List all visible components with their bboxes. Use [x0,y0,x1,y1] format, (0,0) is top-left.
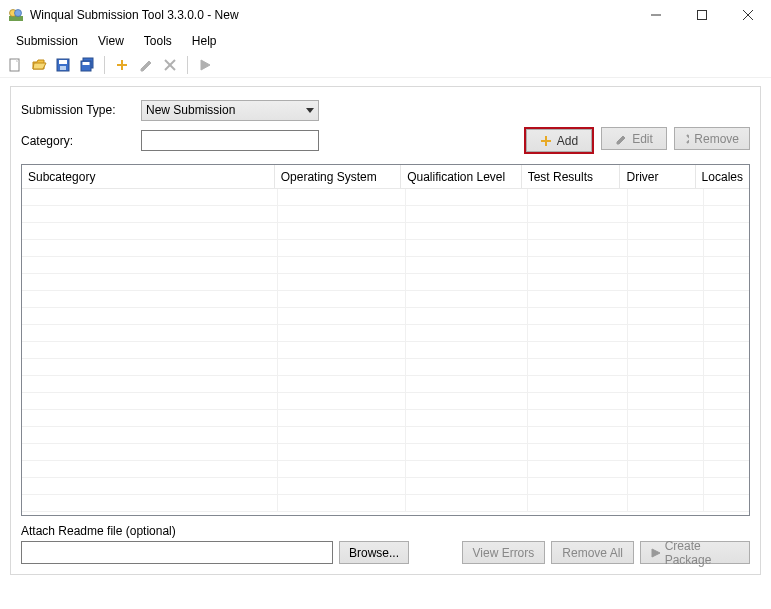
content-area: Submission Type: New Submission Category… [0,78,771,585]
app-icon [8,7,24,23]
table-row [22,478,749,495]
svg-rect-16 [117,64,127,66]
table-row [22,342,749,359]
submission-type-value: New Submission [146,103,235,117]
bottom-buttons: View Errors Remove All Create Package [415,541,750,564]
create-package-label: Create Package [665,539,739,567]
svg-marker-25 [652,549,660,557]
toolbar-separator [187,56,188,74]
run-icon [196,56,214,74]
table-row [22,393,749,410]
table-row [22,444,749,461]
save-icon[interactable] [54,56,72,74]
table-row [22,206,749,223]
table-row [22,308,749,325]
remove-button-label: Remove [694,132,739,146]
new-icon[interactable] [6,56,24,74]
svg-rect-0 [9,16,23,21]
svg-point-2 [15,10,22,17]
plus-icon [540,135,552,147]
remove-all-button: Remove All [551,541,634,564]
edit-icon [137,56,155,74]
submission-type-label: Submission Type: [21,103,141,117]
svg-rect-4 [698,11,707,20]
attach-label: Attach Readme file (optional) [21,524,750,538]
window-controls [633,0,771,30]
svg-rect-10 [59,60,67,64]
table-row [22,359,749,376]
col-os[interactable]: Operating System [275,165,401,188]
browse-button[interactable]: Browse... [339,541,409,564]
x-icon [685,133,689,145]
table-row [22,257,749,274]
table-row [22,274,749,291]
table-row [22,223,749,240]
menu-submission[interactable]: Submission [6,32,88,50]
save-all-icon[interactable] [78,56,96,74]
add-button-highlight: Add [524,127,594,154]
toolbar-separator [104,56,105,74]
menu-help[interactable]: Help [182,32,227,50]
col-test[interactable]: Test Results [522,165,621,188]
edit-button: Edit [601,127,667,150]
category-input[interactable] [141,130,319,151]
submission-type-row: Submission Type: New Submission [21,97,750,123]
category-label: Category: [21,134,141,148]
category-row: Category: Add Edit Remove [21,127,750,154]
edit-button-label: Edit [632,132,653,146]
svg-rect-22 [541,140,551,142]
menu-view[interactable]: View [88,32,134,50]
table-row [22,461,749,478]
add-button[interactable]: Add [526,129,592,152]
remove-all-label: Remove All [562,546,623,560]
attach-input[interactable] [21,541,333,564]
remove-button: Remove [674,127,750,150]
delete-icon [161,56,179,74]
open-icon[interactable] [30,56,48,74]
table-row [22,240,749,257]
col-driver[interactable]: Driver [620,165,695,188]
view-errors-button: View Errors [462,541,546,564]
category-buttons: Add Edit Remove [524,127,750,154]
menu-tools[interactable]: Tools [134,32,182,50]
attach-section: Attach Readme file (optional) Browse... … [21,524,750,564]
toolbar [0,52,771,78]
submission-table[interactable]: Subcategory Operating System Qualificati… [21,164,750,516]
titlebar: Winqual Submission Tool 3.3.0.0 - New [0,0,771,30]
col-locales[interactable]: Locales [696,165,749,188]
browse-button-label: Browse... [349,546,399,560]
add-button-label: Add [557,134,578,148]
window-title: Winqual Submission Tool 3.3.0.0 - New [30,8,633,22]
submission-type-combo[interactable]: New Submission [141,100,319,121]
svg-rect-11 [60,66,66,70]
table-row [22,291,749,308]
table-row [22,189,749,206]
play-icon [651,548,660,558]
minimize-button[interactable] [633,0,679,30]
add-icon[interactable] [113,56,131,74]
col-subcategory[interactable]: Subcategory [22,165,275,188]
svg-rect-14 [83,62,90,65]
view-errors-label: View Errors [473,546,535,560]
close-button[interactable] [725,0,771,30]
pencil-icon [615,133,627,145]
table-body [22,189,749,512]
attach-row: Browse... View Errors Remove All Create … [21,541,750,564]
maximize-button[interactable] [679,0,725,30]
table-row [22,376,749,393]
create-package-button: Create Package [640,541,750,564]
svg-marker-20 [306,108,314,113]
col-qual[interactable]: Qualification Level [401,165,522,188]
table-row [22,410,749,427]
table-row [22,325,749,342]
menubar: Submission View Tools Help [0,30,771,52]
table-row [22,495,749,512]
table-header: Subcategory Operating System Qualificati… [22,165,749,189]
table-row [22,427,749,444]
svg-marker-19 [201,60,210,70]
main-panel: Submission Type: New Submission Category… [10,86,761,575]
chevron-down-icon [306,103,314,117]
